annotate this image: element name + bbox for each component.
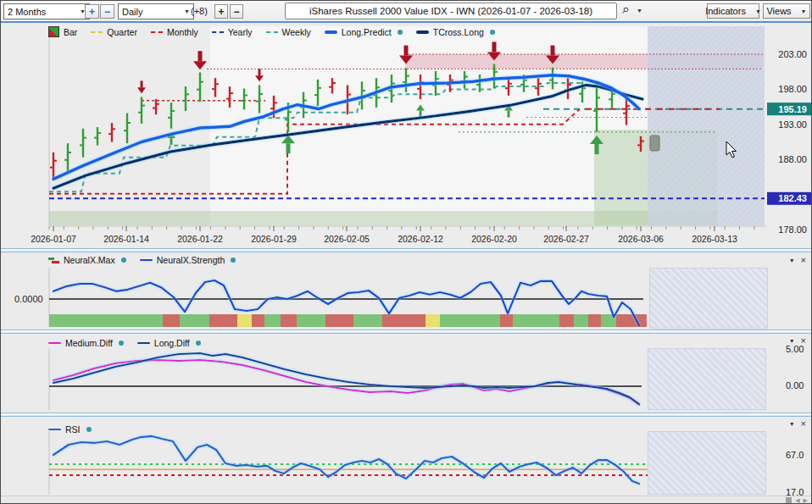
indicators-button-label: Indicators (705, 6, 746, 16)
offset-decrease-button[interactable]: − (230, 4, 243, 19)
scroll-left-icon[interactable]: ◀ (795, 497, 799, 503)
legend-item-quarter[interactable]: Quarter (91, 27, 137, 37)
info-icon (490, 30, 495, 35)
signal-strip-segment (574, 314, 588, 327)
legend-item-bar[interactable]: Bar (48, 26, 77, 37)
legend-item-weekly[interactable]: Weekly (266, 27, 311, 37)
neuralx-future-box (649, 268, 768, 329)
legend-item-monthly[interactable]: Monthly (151, 27, 198, 37)
signal-strip-segment (180, 314, 209, 327)
minus-icon: − (104, 7, 110, 17)
signal-strip-segment (297, 314, 325, 327)
splitter-main-neuralx[interactable] (1, 248, 812, 252)
legend-item-label: Monthly (167, 27, 198, 37)
interval-select[interactable]: Daily ▼ (118, 3, 194, 19)
x-axis-label: 2026-01-22 (177, 234, 223, 244)
line-series-icon (140, 259, 153, 262)
y-axis-label: 203.00 (778, 49, 807, 59)
line-series-icon (48, 429, 61, 431)
info-icon (398, 30, 403, 35)
views-button[interactable]: Views ▼ (763, 3, 810, 19)
offset-increase-button[interactable]: + (214, 4, 228, 19)
price-bar (124, 114, 131, 144)
neuralx-panel-controls: ▼ × (789, 256, 806, 265)
symbol-title-box[interactable]: iShares Russell 2000 Value IDX - IWN (20… (285, 3, 617, 19)
range-increase-button[interactable]: + (85, 4, 99, 19)
scroll-thumb[interactable] (786, 497, 792, 503)
signal-strip-segment (559, 314, 574, 327)
y-axis-badge-label: 182.43 (778, 193, 807, 203)
price-bar (153, 99, 159, 114)
price-bar (168, 102, 175, 129)
signal-strip-segment (500, 314, 513, 327)
line-series-icon (48, 342, 61, 345)
legend-item-label: Long.Diff (154, 338, 190, 348)
legend-item-label: Yearly (228, 27, 253, 37)
rsi-axis-label-67: 67.0 (786, 450, 804, 460)
y-axis-label: 178.00 (778, 224, 807, 235)
collapse-panel-icon[interactable]: ▼ (789, 258, 795, 263)
legend-item-medium-diff[interactable]: Medium.Diff (48, 338, 124, 348)
signal-strip-segment (440, 314, 500, 327)
rsi-future-box (648, 431, 766, 495)
info-icon (86, 427, 92, 432)
legend-item-yearly[interactable]: Yearly (212, 27, 253, 37)
main-chart-legend: BarQuarterMonthlyYearlyWeeklyLong.Predic… (48, 26, 495, 37)
collapse-panel-icon[interactable]: ▼ (789, 338, 795, 344)
chevron-down-icon: ▼ (755, 8, 761, 14)
legend-item-long-predict[interactable]: Long.Predict (325, 27, 403, 37)
close-panel-icon[interactable]: × (801, 336, 806, 346)
charting-app-window: 2 Months ▼ + − Daily ▼ (+8) + − iShares … (0, 0, 812, 504)
legend-item-long-diff[interactable]: Long.Diff (137, 338, 201, 348)
future-divider-handle[interactable] (650, 136, 659, 151)
x-axis-label: 2026-01-14 (103, 234, 149, 244)
search-icon[interactable]: ⌕ (622, 2, 630, 17)
price-bar (197, 73, 203, 102)
splitter-diff-rsi[interactable] (1, 413, 812, 417)
info-icon (121, 258, 126, 263)
legend-item-label: RSI (65, 424, 81, 435)
legend-item-label: Medium.Diff (65, 338, 113, 348)
collapse-panel-icon[interactable]: ▼ (789, 421, 795, 427)
legend-item-label: TCross.Long (433, 27, 484, 37)
legend-item-label: Long.Predict (342, 27, 392, 37)
plus-icon: + (89, 7, 95, 17)
line-series-icon (416, 30, 429, 34)
signal-strip-segment (163, 314, 180, 327)
scroll-right-icon[interactable]: ▶ (804, 497, 808, 503)
offset-label: (+8) (191, 1, 208, 21)
legend-item-tcross-long[interactable]: TCross.Long (416, 27, 495, 37)
diff-panel-controls: ▼ × (789, 336, 806, 346)
info-icon (196, 341, 201, 346)
splitter-neuralx-diff[interactable] (1, 330, 812, 334)
legend-item-neuralx-max[interactable]: NeuralX.Max (48, 255, 126, 265)
range-decrease-button[interactable]: − (100, 4, 114, 19)
line-series-icon (137, 342, 150, 345)
close-panel-icon[interactable]: × (801, 419, 806, 429)
signal-strip-segment (588, 314, 601, 327)
close-panel-icon[interactable]: × (801, 256, 806, 265)
price-chart-canvas[interactable]: 2026-01-072026-01-142026-01-222026-01-29… (1, 23, 812, 248)
rsi-axis-label-17: 17.0 (786, 487, 804, 497)
x-axis-label: 2026-02-20 (471, 234, 517, 244)
legend-item-label: NeuralX.Strength (157, 255, 225, 265)
search-dropdown-caret[interactable]: ▼ (637, 8, 642, 14)
diff-legend: Medium.DiffLong.Diff (48, 338, 201, 348)
dashed-line-icon (266, 31, 278, 33)
views-button-label: Views (766, 6, 791, 16)
x-axis-label: 2026-02-27 (543, 234, 589, 244)
signal-strip-segment (616, 314, 647, 327)
minus-icon: − (233, 7, 239, 17)
range-select-value: 2 Months (8, 7, 46, 17)
future-region-hatch (648, 26, 765, 225)
indicators-button[interactable]: Indicators ▼ (707, 3, 759, 19)
rsi-legend: RSI (48, 424, 92, 435)
legend-item-rsi[interactable]: RSI (48, 424, 92, 435)
range-select[interactable]: 2 Months ▼ (3, 3, 90, 19)
price-bar (50, 152, 57, 179)
y-axis-label: 193.00 (778, 119, 807, 130)
signal-strip-segment (237, 314, 252, 327)
legend-item-neuralx-strength[interactable]: NeuralX.Strength (140, 255, 236, 265)
price-bar (182, 86, 189, 111)
dashed-line-icon (151, 31, 163, 33)
